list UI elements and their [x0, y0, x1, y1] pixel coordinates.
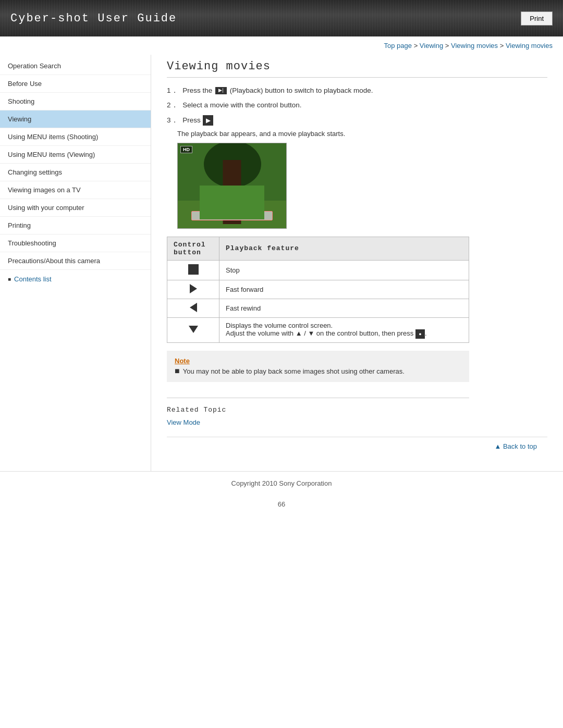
step-3: 3． Press ▶ — [167, 115, 547, 126]
related-title: Related Topic — [167, 406, 469, 414]
fast-rewind-icon — [190, 303, 197, 312]
breadcrumb: Top page > Viewing > Viewing movies > Vi… — [0, 36, 563, 55]
table-row-fast-rewind: Fast rewind — [167, 299, 469, 317]
note-title: Note — [175, 357, 461, 365]
movie-image-content: HD — [178, 143, 286, 228]
table-cell-ff-label: Fast forward — [219, 280, 469, 299]
app-title: Cyber-shot User Guide — [10, 12, 177, 25]
main-layout: Operation Search Before Use Shooting Vie… — [0, 55, 563, 471]
page-header: Cyber-shot User Guide Print — [0, 0, 563, 36]
confirm-icon: ● — [415, 329, 425, 339]
table-cell-fr-icon — [167, 299, 219, 317]
table-header-playback: Playback feature — [219, 237, 469, 260]
table-cell-fr-label: Fast rewind — [219, 299, 469, 317]
control-table: Control button Playback feature Stop Fas… — [167, 237, 469, 343]
related-link-view-mode[interactable]: View Mode — [167, 418, 200, 426]
copyright-text: Copyright 2010 Sony Corporation — [231, 479, 332, 487]
table-header-control: Control button — [167, 237, 219, 260]
page-title: Viewing movies — [167, 60, 547, 78]
page-number: 66 — [0, 495, 563, 513]
note-box: Note ■ You may not be able to play back … — [167, 351, 469, 382]
hd-badge: HD — [180, 146, 192, 153]
steps-list: 1． Press the ▶| (Playback) button to swi… — [167, 85, 547, 138]
stop-icon — [188, 264, 199, 275]
fast-forward-icon — [190, 284, 197, 293]
related-section: Related Topic View Mode — [167, 398, 469, 426]
note-text: You may not be able to play back some im… — [183, 367, 405, 375]
sidebar-item-menu-shooting[interactable]: Using MENU items (Shooting) — [0, 128, 151, 146]
svg-marker-7 — [217, 194, 222, 198]
sidebar-item-operation-search[interactable]: Operation Search — [0, 57, 151, 75]
movie-thumbnail: HD — [177, 143, 287, 229]
volume-icon — [189, 326, 198, 333]
table-row-stop: Stop — [167, 260, 469, 280]
sidebar-item-shooting[interactable]: Shooting — [0, 93, 151, 110]
sidebar-item-changing-settings[interactable]: Changing settings — [0, 164, 151, 181]
svg-marker-6 — [214, 194, 218, 198]
sidebar-item-printing[interactable]: Printing — [0, 217, 151, 235]
table-cell-ff-icon — [167, 280, 219, 299]
sidebar-item-using-computer[interactable]: Using with your computer — [0, 199, 151, 217]
sidebar-item-viewing-tv[interactable]: Viewing images on a TV — [0, 181, 151, 199]
breadcrumb-top[interactable]: Top page — [384, 42, 412, 50]
breadcrumb-current[interactable]: Viewing movies — [506, 42, 553, 50]
breadcrumb-viewing-movies[interactable]: Viewing movies — [451, 42, 498, 50]
note-content: ■ You may not be able to play back some … — [175, 367, 461, 376]
table-row-volume: Displays the volume control screen. Adju… — [167, 317, 469, 342]
sidebar-item-viewing[interactable]: Viewing — [0, 110, 151, 128]
print-button[interactable]: Print — [521, 11, 553, 26]
step-2: 2． Select a movie with the control butto… — [167, 100, 547, 110]
table-row-fast-forward: Fast forward — [167, 280, 469, 299]
svg-rect-2 — [222, 159, 243, 216]
sidebar-item-menu-viewing[interactable]: Using MENU items (Viewing) — [0, 146, 151, 164]
table-cell-stop-label: Stop — [219, 260, 469, 280]
playback-button-icon: ▶| — [215, 87, 227, 94]
table-cell-stop-icon — [167, 260, 219, 280]
sidebar: Operation Search Before Use Shooting Vie… — [0, 55, 151, 471]
back-to-top-container: Back to top — [167, 437, 547, 455]
sidebar-item-precautions[interactable]: Precautions/About this camera — [0, 252, 151, 270]
table-cell-vol-label: Displays the volume control screen. Adju… — [219, 317, 469, 342]
svg-point-5 — [212, 196, 222, 207]
note-icon: ■ — [175, 366, 180, 376]
contents-list-link[interactable]: Contents list — [0, 270, 151, 288]
breadcrumb-viewing[interactable]: Viewing — [420, 42, 443, 50]
play-square-icon: ▶ — [203, 115, 213, 126]
back-to-top-link[interactable]: Back to top — [494, 442, 537, 450]
step-1: 1． Press the ▶| (Playback) button to swi… — [167, 85, 547, 96]
sidebar-item-troubleshooting[interactable]: Troubleshooting — [0, 235, 151, 252]
step-3-description: The playback bar appears, and a movie pl… — [177, 130, 547, 138]
footer: Copyright 2010 Sony Corporation — [0, 471, 563, 495]
content-area: Viewing movies 1． Press the ▶| (Playback… — [151, 55, 563, 471]
sidebar-item-before-use[interactable]: Before Use — [0, 75, 151, 93]
table-cell-vol-icon — [167, 317, 219, 342]
svg-point-4 — [202, 202, 221, 215]
playback-bar — [191, 211, 273, 220]
